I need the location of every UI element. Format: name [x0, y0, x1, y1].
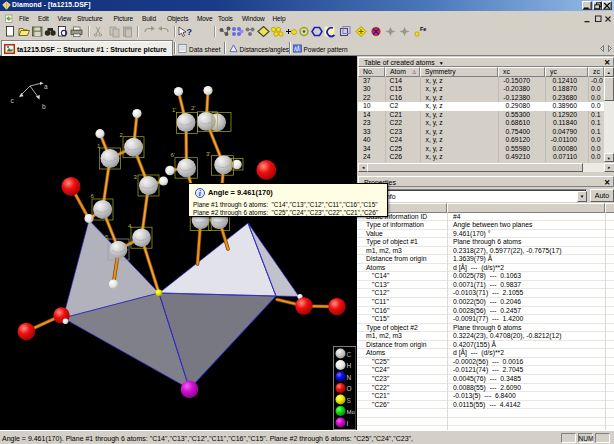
svg-text:O: O	[347, 385, 352, 392]
svg-text:2': 2'	[191, 105, 195, 111]
svg-text:C: C	[347, 351, 352, 358]
svg-text:6': 6'	[171, 152, 175, 158]
svg-text:N: N	[347, 374, 352, 381]
svg-text:Mo: Mo	[347, 409, 356, 415]
svg-text:Fe: Fe	[420, 26, 426, 32]
svg-text:3': 3'	[206, 151, 210, 157]
svg-text:I: I	[347, 420, 349, 427]
svg-text:a: a	[44, 83, 48, 90]
svg-text:?: ?	[187, 27, 193, 37]
svg-text:b: b	[42, 103, 46, 110]
svg-text:1': 1'	[172, 107, 176, 113]
svg-text:H: H	[347, 362, 352, 369]
svg-text:S: S	[347, 397, 352, 404]
